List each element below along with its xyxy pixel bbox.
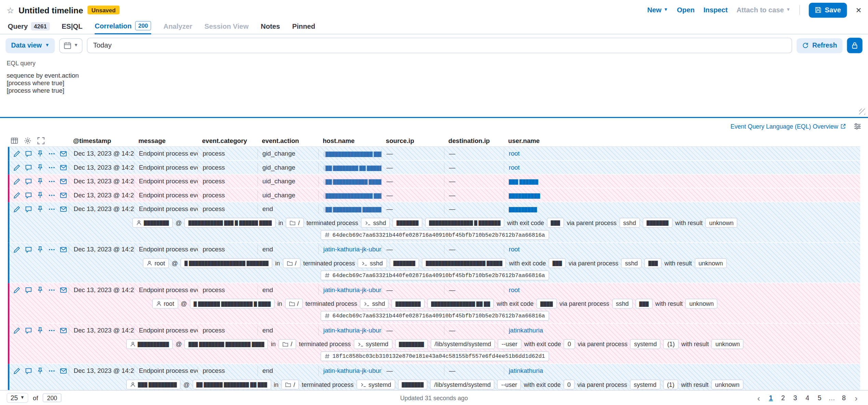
column-header-host-name[interactable]: host.name: [318, 137, 381, 144]
favorite-star-icon[interactable]: ☆: [6, 6, 14, 14]
summary-badge[interactable]: ███████: [393, 218, 422, 228]
summary-badge[interactable]: (1): [663, 380, 678, 390]
summary-badge[interactable]: --user: [497, 380, 521, 390]
summary-badge[interactable]: ██ ██████ ████████ ██ ███: [192, 380, 271, 390]
summary-badge[interactable]: ██████████: [126, 339, 173, 349]
timeline-title[interactable]: Untitled timeline: [18, 5, 83, 15]
edit-note-icon[interactable]: [12, 244, 23, 255]
lock-button[interactable]: [847, 38, 862, 53]
summary-badge[interactable]: ████████: [395, 339, 428, 349]
eql-overview-link[interactable]: Event Query Language (EQL) Overview: [731, 123, 846, 130]
summary-badge[interactable]: ████: [537, 299, 557, 309]
table-settings-icon[interactable]: [24, 136, 32, 144]
summary-badge[interactable]: unknown: [711, 339, 744, 349]
summary-badge[interactable]: 0: [564, 380, 575, 390]
pin-event-icon[interactable]: [35, 285, 45, 296]
user-name-cell-value[interactable]: ███ ██████: [509, 180, 538, 185]
summary-badge[interactable]: /lib/systemd/systemd: [430, 380, 494, 390]
more-actions-icon[interactable]: [46, 325, 57, 336]
date-range-input[interactable]: Today: [87, 38, 792, 53]
host-name-cell-value[interactable]: jatin-kathuria-jk-ubuntu-...: [323, 367, 381, 374]
user-name-cell-value[interactable]: jatinkathuria: [509, 327, 543, 334]
pin-event-icon[interactable]: [35, 190, 45, 201]
host-name-cell-value[interactable]: ██ █████████ ███████: [323, 207, 381, 213]
host-name-cell-value[interactable]: ███████████████ ████: [323, 193, 381, 199]
summary-badge[interactable]: ███ █████████: [126, 380, 181, 390]
summary-badge[interactable]: systemd: [356, 380, 395, 390]
tab-correlation[interactable]: Correlation200: [95, 21, 151, 34]
summary-badge[interactable]: unknown: [711, 380, 743, 390]
tab-analyzer[interactable]: Analyzer: [163, 23, 192, 34]
open-event-details-icon[interactable]: [58, 176, 69, 187]
refresh-button[interactable]: Refresh: [797, 38, 843, 53]
page-button-3[interactable]: 3: [790, 392, 801, 403]
summary-badge[interactable]: ███████: [643, 218, 673, 228]
more-actions-icon[interactable]: [46, 162, 57, 173]
column-header-event-category[interactable]: event.category: [198, 137, 257, 144]
tab-session-view[interactable]: Session View: [204, 23, 248, 34]
summary-badge[interactable]: --user: [498, 339, 521, 349]
pin-event-icon[interactable]: [35, 162, 45, 173]
summary-badge[interactable]: unknown: [705, 218, 737, 228]
close-icon[interactable]: ×: [856, 5, 861, 15]
tab-notes[interactable]: Notes: [261, 23, 280, 34]
summary-badge[interactable]: systemd: [630, 339, 661, 349]
summary-badge[interactable]: systemd: [630, 380, 660, 390]
data-view-button[interactable]: Data view▼: [5, 38, 55, 53]
edit-note-icon[interactable]: [12, 285, 23, 296]
column-header-destination-ip[interactable]: destination.ip: [444, 137, 504, 144]
edit-note-icon[interactable]: [12, 325, 23, 336]
summary-badge[interactable]: systemd: [354, 339, 392, 349]
user-name-cell-value[interactable]: root: [509, 150, 520, 157]
tab-pinned[interactable]: Pinned: [292, 23, 315, 34]
host-name-cell-value[interactable]: jatin-kathuria-jk-ubuntu-...: [323, 286, 381, 293]
summary-badge[interactable]: ████████: [392, 299, 424, 309]
summary-badge[interactable]: /: [279, 339, 296, 349]
resize-handle[interactable]: [859, 109, 865, 115]
edit-note-icon[interactable]: [12, 204, 23, 214]
hash-badge[interactable]: 64decb69c7aa63321b440fe028716a40910bf45b…: [321, 230, 549, 240]
summary-badge[interactable]: /lib/systemd/systemd: [431, 339, 495, 349]
more-actions-icon[interactable]: [46, 148, 57, 159]
summary-badge[interactable]: /: [281, 380, 299, 390]
more-actions-icon[interactable]: [46, 190, 57, 201]
summary-badge[interactable]: ██████████████ ██ ██: [427, 299, 494, 309]
open-event-details-icon[interactable]: [58, 285, 69, 296]
summary-badge[interactable]: unknown: [686, 299, 718, 309]
summary-badge[interactable]: ███████████████████ █████: [422, 258, 506, 268]
user-name-cell-value[interactable]: root: [509, 286, 520, 293]
summary-badge[interactable]: unknown: [695, 258, 727, 268]
open-event-details-icon[interactable]: [58, 365, 69, 376]
attach-to-case-button[interactable]: Attach to case▼: [736, 6, 790, 14]
add-note-icon[interactable]: [23, 176, 34, 187]
column-header-source-ip[interactable]: source.ip: [381, 137, 444, 144]
summary-badge[interactable]: ███: [548, 258, 566, 268]
add-note-icon[interactable]: [23, 244, 34, 255]
next-page-icon[interactable]: ›: [851, 392, 862, 403]
summary-badge[interactable]: sshd: [621, 258, 642, 268]
page-button-2[interactable]: 2: [778, 392, 788, 403]
summary-badge[interactable]: ███: [645, 258, 662, 268]
summary-badge[interactable]: /: [286, 218, 304, 228]
more-actions-icon[interactable]: [46, 204, 57, 214]
add-note-icon[interactable]: [23, 148, 34, 159]
user-name-cell-value[interactable]: root: [509, 164, 520, 170]
hash-badge[interactable]: 18f1c858bc03cb310132e870e181e43a04c58155…: [321, 351, 549, 361]
summary-badge[interactable]: ███████: [390, 258, 419, 268]
inspect-button[interactable]: Inspect: [703, 6, 728, 14]
summary-badge[interactable]: ███: [635, 299, 652, 309]
user-name-cell-value[interactable]: jatinkathuria: [509, 367, 543, 374]
summary-badge[interactable]: 0: [564, 339, 575, 349]
host-name-cell-value[interactable]: ██ ████████ ██ █████: [323, 165, 381, 171]
edit-note-icon[interactable]: [12, 162, 23, 173]
pin-event-icon[interactable]: [35, 176, 45, 187]
host-name-cell-value[interactable]: jatin-kathuria-jk-ubuntu-...: [323, 246, 381, 252]
page-button-8[interactable]: 8: [839, 392, 849, 403]
summary-badge[interactable]: root: [143, 258, 169, 268]
summary-badge[interactable]: sshd: [619, 218, 640, 228]
summary-badge[interactable]: (1): [663, 339, 678, 349]
host-name-cell-value[interactable]: ███████████████ █████: [323, 151, 381, 157]
column-header-user-name[interactable]: user.name: [504, 137, 587, 144]
summary-badge[interactable]: ███████: [398, 380, 428, 390]
summary-badge[interactable]: sshd: [360, 299, 389, 309]
